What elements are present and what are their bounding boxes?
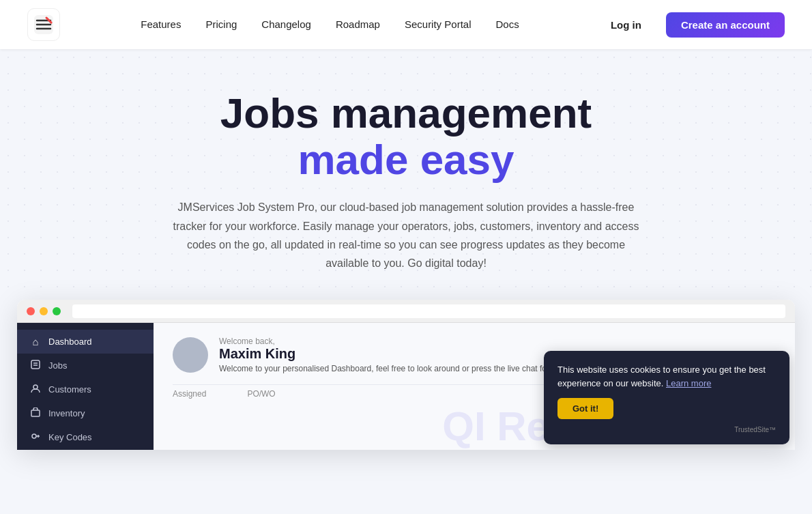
nav-pricing[interactable]: Pricing (205, 18, 237, 31)
sidebar-item-inventory[interactable]: Inventory (17, 401, 154, 425)
svg-rect-9 (31, 410, 40, 416)
greeting-label: Welcome back, (219, 337, 581, 346)
key-icon (29, 431, 42, 443)
svg-point-8 (33, 385, 38, 389)
welcome-text: Welcome back, Maxim King Welcome to your… (219, 337, 581, 373)
learn-more-link[interactable]: Learn more (666, 378, 711, 388)
nav-changelog[interactable]: Changelog (261, 18, 311, 31)
login-button[interactable]: Log in (600, 14, 652, 36)
hero-title: Jobs management made easy (27, 90, 785, 183)
svg-point-10 (32, 434, 36, 438)
window-bar (17, 300, 795, 323)
signup-button[interactable]: Create an account (666, 12, 785, 38)
got-it-button[interactable]: Got it! (557, 398, 613, 419)
sidebar-item-customers[interactable]: Customers (17, 377, 154, 401)
url-bar[interactable] (72, 304, 785, 318)
window-minimize-dot[interactable] (40, 307, 48, 315)
window-close-dot[interactable] (27, 307, 35, 315)
cookie-text: This website uses cookies to ensure you … (557, 363, 776, 390)
logo[interactable] (27, 8, 60, 41)
window-maximize-dot[interactable] (53, 307, 61, 315)
cookie-banner: This website uses cookies to ensure you … (544, 351, 789, 444)
nav-right: Log in Create an account (600, 12, 785, 38)
nav-docs[interactable]: Docs (495, 18, 519, 31)
app-window: ⌂ Dashboard Jobs Customers Inventory (17, 300, 795, 450)
nav-security[interactable]: Security Portal (405, 18, 472, 31)
sidebar-item-keycodes[interactable]: Key Codes (17, 425, 154, 449)
col-assigned: Assigned (173, 389, 206, 399)
hero-subtitle: JMServices Job System Pro, our cloud-bas… (167, 198, 645, 272)
col-powo: PO/WO (247, 389, 275, 399)
svg-rect-5 (31, 360, 40, 369)
nav-features[interactable]: Features (141, 18, 181, 31)
cookie-actions: Got it! (557, 398, 776, 419)
nav-roadmap[interactable]: Roadmap (336, 18, 380, 31)
navbar: Features Pricing Changelog Roadmap Secur… (0, 0, 812, 49)
welcome-description: Welcome to your personalised Dashboard, … (219, 364, 581, 373)
hero-section: Jobs management made easy JMServices Job… (0, 49, 812, 300)
home-icon: ⌂ (29, 336, 42, 347)
sidebar-item-dashboard[interactable]: ⌂ Dashboard (17, 330, 154, 354)
sidebar-item-jobs[interactable]: Jobs (17, 354, 154, 377)
user-name: Maxim King (219, 346, 581, 362)
customers-icon (29, 384, 42, 395)
sidebar: ⌂ Dashboard Jobs Customers Inventory (17, 323, 154, 450)
nav-links: Features Pricing Changelog Roadmap Secur… (141, 18, 519, 31)
jobs-icon (29, 360, 42, 371)
inventory-icon (29, 408, 42, 419)
trusted-site-badge: TrustedSite™ (557, 425, 776, 435)
user-avatar (173, 337, 208, 373)
